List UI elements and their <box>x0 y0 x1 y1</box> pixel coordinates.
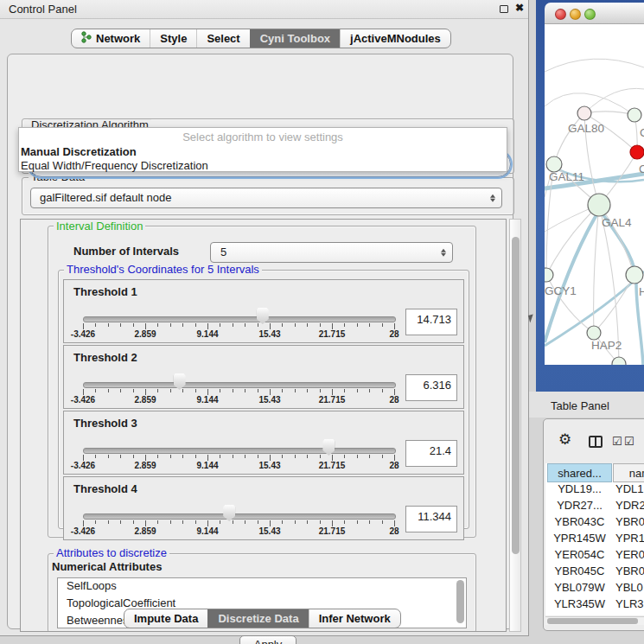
slider-tick <box>195 389 196 392</box>
tab-select[interactable]: Select <box>196 29 249 48</box>
slider-tick <box>220 389 220 392</box>
tab-style[interactable]: Style <box>150 29 196 48</box>
network-edge[interactable] <box>554 113 584 164</box>
threshold-value-field[interactable]: 6.316 <box>405 374 457 401</box>
slider-tick <box>145 520 146 526</box>
threshold-value-field[interactable]: 11.344 <box>405 506 457 532</box>
attributes-list-scrollbar-thumb[interactable] <box>456 580 464 623</box>
slider-tick-label: 2.859 <box>134 395 156 405</box>
slider-tick <box>233 455 233 458</box>
slider-tick <box>195 520 196 524</box>
table-row[interactable]: YBR045CYBR0 <box>545 564 644 581</box>
list-item[interactable]: SelfLoops <box>67 579 117 596</box>
threshold-slider-track[interactable] <box>83 316 396 322</box>
slider-tick <box>145 455 146 461</box>
threshold-label: Threshold 3 <box>73 417 137 430</box>
settings-scrollbar-thumb[interactable] <box>512 237 520 554</box>
slider-tick <box>382 455 383 458</box>
checkbox-icon[interactable]: ☑ <box>612 435 622 448</box>
slider-tick-label: 2.859 <box>134 526 156 536</box>
minimize-traffic-light-icon[interactable] <box>570 9 581 20</box>
slider-tick-label: 9.144 <box>196 461 218 470</box>
table-cell: YBR043C <box>547 515 612 528</box>
slider-tick-label: 15.43 <box>258 461 280 470</box>
network-node-node-right[interactable] <box>626 266 643 284</box>
threshold-value-field[interactable]: 21.4 <box>405 440 457 467</box>
slider-tick <box>207 455 208 461</box>
float-window-icon[interactable] <box>500 5 508 13</box>
slider-tick <box>320 520 321 524</box>
table-row[interactable]: YDL19...YDL1 <box>545 482 644 499</box>
table-horizontal-scrollbar[interactable] <box>545 616 644 625</box>
slider-tick <box>108 323 109 327</box>
network-edge[interactable] <box>584 112 634 115</box>
checkbox-icon[interactable]: ☑ <box>624 435 634 448</box>
tab-infer-network[interactable]: Infer Network <box>309 609 400 628</box>
tab-cyni-toolbox[interactable]: Cyni Toolbox <box>250 29 340 48</box>
network-node-gal80[interactable] <box>577 106 591 120</box>
table-data-combobox[interactable]: galFiltered.sif default node <box>30 188 502 208</box>
dropdown-item-manual-discretization[interactable]: Manual Discretization <box>21 145 137 159</box>
close-traffic-light-icon[interactable] <box>555 9 566 20</box>
slider-tick <box>120 389 121 392</box>
network-node-node-red[interactable] <box>630 145 644 159</box>
table-row[interactable]: YER054CYER0 <box>545 548 644 564</box>
slider-tick <box>320 323 321 327</box>
table-row[interactable]: YLR345WYLR3 <box>545 597 644 614</box>
slider-tick <box>182 323 183 327</box>
slider-tick <box>220 520 220 524</box>
combobox-updown-icon <box>441 247 446 258</box>
threshold-slider-track[interactable] <box>83 513 396 520</box>
threshold-slider-track[interactable] <box>83 448 396 454</box>
threshold-value-field[interactable]: 14.713 <box>405 309 457 335</box>
network-edge[interactable] <box>594 275 634 333</box>
number-of-intervals-combobox[interactable]: 5 <box>210 242 453 263</box>
network-window-titlebar[interactable] <box>545 3 644 24</box>
table-cell: YPR1 <box>615 532 644 545</box>
tab-network[interactable]: Network <box>72 29 150 48</box>
close-icon[interactable]: ✖ <box>515 2 524 14</box>
network-edge[interactable] <box>545 59 644 72</box>
table-horizontal-scrollbar-thumb[interactable] <box>547 618 638 624</box>
network-node-hap2[interactable] <box>587 326 601 340</box>
table-row[interactable]: YIL052CYIL0 <box>545 614 644 615</box>
column-header-name[interactable]: name <box>613 463 644 482</box>
table-row[interactable]: YBR043CYBR0 <box>545 515 644 532</box>
slider-tick-label: -3.426 <box>71 461 95 470</box>
apply-button[interactable]: Apply <box>239 635 296 644</box>
node-table[interactable]: YDL19...YDL1YDR27...YDR2YBR043CYBR0YPR14… <box>545 482 644 615</box>
slider-tick <box>170 455 171 458</box>
table-row[interactable]: YDR27...YDR2 <box>545 499 644 515</box>
tab-impute-data[interactable]: Impute Data <box>124 609 207 628</box>
attributes-list-scrollbar[interactable] <box>455 578 466 628</box>
table-row[interactable]: YBL079WYBL0 <box>545 581 644 597</box>
dropdown-item-equal-width-frequency-discretization[interactable]: Equal Width/Frequency Discretization <box>21 159 208 173</box>
slider-tick <box>157 455 158 458</box>
slider-tick <box>282 455 283 458</box>
zoom-traffic-light-icon[interactable] <box>584 9 596 20</box>
slider-tick <box>332 520 333 526</box>
tab-discretize-data[interactable]: Discretize Data <box>207 609 308 628</box>
slider-tick <box>394 389 395 395</box>
slider-tick <box>258 323 258 327</box>
slider-tick <box>133 455 134 458</box>
settings-scrollbar[interactable] <box>509 219 521 632</box>
threshold-label: Threshold 1 <box>73 285 137 298</box>
network-node-label: GCY1 <box>545 284 577 297</box>
slider-tick-label: 21.715 <box>319 395 346 405</box>
table-row[interactable]: YPR145WYPR1 <box>545 532 644 548</box>
network-node-gcy1[interactable] <box>545 268 553 282</box>
threshold-slider-track[interactable] <box>83 382 396 388</box>
slider-tick <box>270 455 271 461</box>
column-header-shared[interactable]: shared... <box>547 463 612 482</box>
network-node-node-topright[interactable] <box>628 108 641 122</box>
threshold-label: Threshold 2 <box>73 351 137 364</box>
tab-jactivemnodules[interactable]: jActiveMNodules <box>340 29 450 48</box>
network-canvas[interactable]: GAL80GGAL11CGAL4GCY1HHAP2 <box>545 24 644 365</box>
slider-tick <box>344 389 345 392</box>
threshold-label: Threshold 4 <box>73 482 137 495</box>
network-node-gal4[interactable] <box>588 194 610 216</box>
table-cell: YBR045C <box>547 564 612 577</box>
gear-icon[interactable]: ⚙ <box>558 432 571 447</box>
column-layout-icon[interactable] <box>589 436 603 448</box>
